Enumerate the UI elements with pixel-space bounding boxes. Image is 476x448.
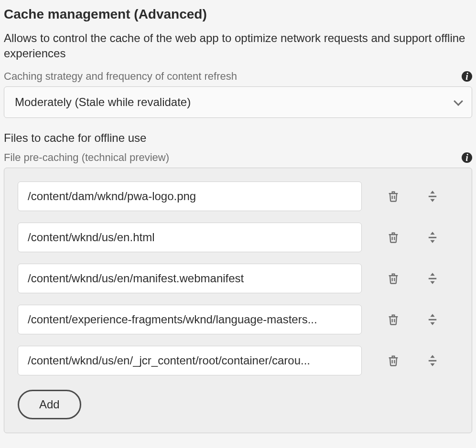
strategy-label-row: Caching strategy and frequency of conten… — [4, 70, 472, 83]
row-actions — [371, 230, 445, 245]
row-actions — [371, 312, 445, 327]
file-path-input[interactable]: /content/experience-fragments/wknd/langu… — [18, 305, 362, 334]
section-title: Cache management (Advanced) — [4, 7, 472, 22]
trash-icon — [387, 231, 400, 244]
delete-button[interactable] — [386, 312, 401, 327]
row-actions — [371, 189, 445, 204]
file-precache-panel: /content/dam/wknd/pwa-logo.png /content/… — [4, 168, 472, 433]
file-path-input[interactable]: /content/wknd/us/en/manifest.webmanifest — [18, 264, 362, 293]
reorder-button[interactable] — [425, 271, 440, 286]
svg-rect-1 — [429, 237, 436, 238]
svg-rect-4 — [429, 360, 436, 362]
reorder-button[interactable] — [425, 312, 440, 327]
file-path-input[interactable]: /content/wknd/us/en/_jcr_content/root/co… — [18, 346, 362, 375]
file-path-input[interactable]: /content/wknd/us/en.html — [18, 223, 362, 252]
trash-icon — [387, 190, 400, 203]
reorder-icon — [426, 231, 439, 244]
reorder-icon — [426, 272, 439, 285]
strategy-select[interactable]: Moderately (Stale while revalidate) — [4, 86, 472, 118]
svg-rect-2 — [429, 278, 436, 279]
trash-icon — [387, 313, 400, 326]
precache-label-row: File pre-caching (technical preview) — [4, 151, 472, 164]
reorder-button[interactable] — [425, 353, 440, 368]
cache-management-section: Cache management (Advanced) Allows to co… — [0, 0, 476, 443]
reorder-icon — [426, 354, 439, 367]
svg-rect-3 — [429, 319, 436, 320]
precache-label: File pre-caching (technical preview) — [4, 151, 169, 164]
svg-rect-0 — [429, 196, 436, 197]
file-row: /content/experience-fragments/wknd/langu… — [18, 305, 458, 334]
reorder-icon — [426, 313, 439, 326]
row-actions — [371, 353, 445, 368]
file-path-input[interactable]: /content/dam/wknd/pwa-logo.png — [18, 181, 362, 211]
trash-icon — [387, 272, 400, 285]
row-actions — [371, 271, 445, 286]
add-button[interactable]: Add — [18, 390, 81, 419]
file-row: /content/wknd/us/en.html — [18, 223, 458, 252]
reorder-button[interactable] — [425, 230, 440, 245]
reorder-button[interactable] — [425, 189, 440, 204]
strategy-select-wrap: Moderately (Stale while revalidate) — [4, 86, 472, 118]
file-row: /content/wknd/us/en/manifest.webmanifest — [18, 264, 458, 293]
delete-button[interactable] — [386, 189, 401, 204]
delete-button[interactable] — [386, 230, 401, 245]
files-heading: Files to cache for offline use — [4, 131, 472, 145]
info-icon[interactable] — [462, 71, 472, 82]
file-row: /content/dam/wknd/pwa-logo.png — [18, 181, 458, 211]
strategy-label: Caching strategy and frequency of conten… — [4, 70, 237, 83]
reorder-icon — [426, 190, 439, 203]
trash-icon — [387, 354, 400, 367]
delete-button[interactable] — [386, 271, 401, 286]
delete-button[interactable] — [386, 353, 401, 368]
file-row: /content/wknd/us/en/_jcr_content/root/co… — [18, 346, 458, 375]
info-icon[interactable] — [462, 152, 472, 163]
section-description: Allows to control the cache of the web a… — [4, 31, 472, 62]
strategy-selected-value: Moderately (Stale while revalidate) — [15, 96, 191, 109]
